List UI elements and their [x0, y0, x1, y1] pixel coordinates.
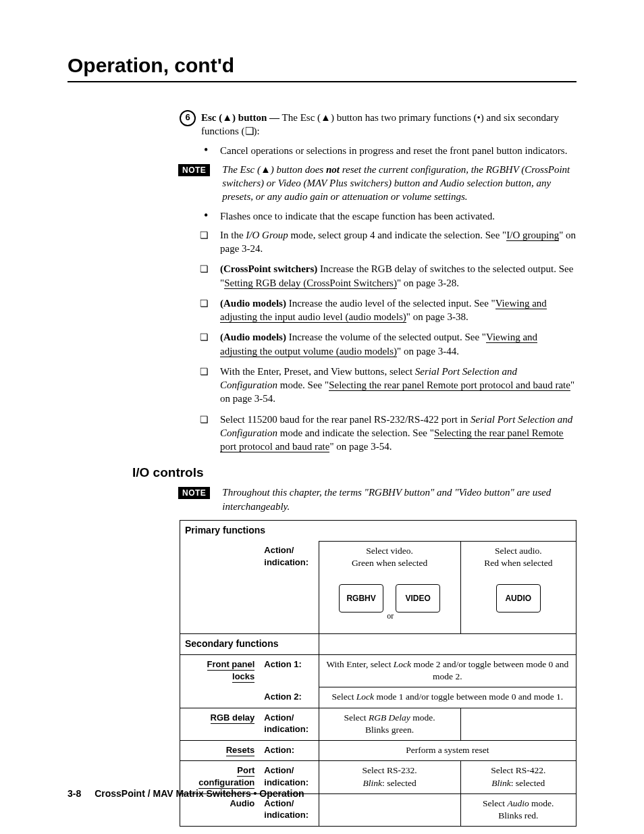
text: mode 1 and/or toggle between mode 0 and …: [374, 692, 563, 702]
cell-rgb-delay: Select RGB Delay mode.Blinks green.: [319, 708, 460, 740]
text-em: I/O Group: [246, 230, 288, 240]
table-row: Secondary functions: [180, 634, 576, 655]
text: Blinks red.: [498, 810, 538, 820]
cell-action-label: Action 2:: [259, 687, 319, 708]
text: mode.: [529, 798, 554, 808]
text: Select RS-422.: [491, 765, 545, 775]
io-controls-body: NOTE Throughout this chapter, the terms …: [180, 486, 576, 827]
text: Select video.: [366, 546, 413, 556]
cell-empty: [180, 573, 260, 634]
text: " on page 3-44.: [397, 346, 459, 357]
secondary-item: In the I/O Group mode, select group 4 an…: [200, 228, 576, 256]
callout-number-icon: 6: [180, 110, 196, 126]
functions-table: Primary functions Action/indication: Sel…: [180, 520, 576, 827]
text-bold: (Audio models): [220, 298, 286, 309]
cell-select-video: Select video.Green when selected: [319, 541, 460, 573]
cell-action-label: Action/indication:: [259, 541, 319, 573]
text: Select RS-232.: [363, 765, 417, 775]
text: Select audio.: [495, 546, 542, 556]
table-row: Primary functions: [180, 520, 576, 541]
secondary-item: (CrossPoint switchers) Increase the RGB …: [200, 262, 576, 290]
text: Select: [331, 692, 356, 702]
primary-bullet-item: Flashes once to indicate that the escape…: [200, 209, 576, 223]
text-em: Blink: [363, 778, 383, 788]
text: " on page 3-28.: [397, 278, 459, 288]
text: Increase the volume of the selected outp…: [286, 332, 486, 342]
section-heading-io-controls: I/O controls: [132, 465, 576, 480]
text: With the Enter, Preset, and View buttons…: [220, 366, 415, 377]
secondary-item: (Audio models) Increase the audio level …: [200, 296, 576, 324]
cell-action-label: Action/indication:: [259, 708, 319, 740]
body-area: 6 Esc (▲) button — The Esc (▲) button ha…: [180, 111, 576, 453]
cell-empty: [180, 687, 260, 708]
secondary-item: Select 115200 baud for the rear panel RS…: [200, 413, 576, 454]
cross-reference-link[interactable]: I/O grouping: [506, 230, 559, 241]
table-row: Resets Action: Perform a system reset: [180, 741, 576, 761]
or-label: or: [387, 610, 394, 621]
text: Resets: [226, 745, 255, 756]
table-row: RGBHV VIDEO or AUDIO: [180, 573, 576, 634]
cell-empty: [319, 793, 460, 826]
cross-reference-link[interactable]: Setting RGB delay (CrossPoint Switchers): [224, 278, 397, 289]
cell-fpl-action2: Select Lock mode 1 and/or toggle between…: [319, 687, 576, 708]
note-badge-icon: NOTE: [178, 164, 210, 176]
cell-action-label: Action 1:: [259, 654, 319, 687]
text: With Enter, select: [326, 659, 393, 669]
cell-empty: [460, 708, 576, 740]
note-text: The Esc (▲) button does not reset the cu…: [219, 163, 576, 204]
row-label-rgb-delay: RGB delay: [180, 708, 260, 740]
esc-intro-text: Esc (▲) button — The Esc (▲) button has …: [201, 111, 576, 138]
primary-bullet-list-2: Flashes once to indicate that the escape…: [200, 209, 576, 223]
secondary-item: (Audio models) Increase the volume of th…: [200, 330, 576, 358]
page-title: Operation, cont'd: [68, 54, 576, 77]
note-block: NOTE Throughout this chapter, the terms …: [178, 486, 576, 513]
text: Select 115200 baud for the rear panel RS…: [220, 414, 471, 425]
text: RGB delay: [211, 712, 255, 724]
primary-bullet-list: Cancel operations or selections in progr…: [200, 144, 576, 157]
text: Blinks green.: [365, 725, 414, 735]
document-page: Operation, cont'd 6 Esc (▲) button — The…: [0, 0, 644, 834]
cell-action-label: Action:: [259, 741, 319, 761]
cell-port-rs422: Select RS-422.Blink: selected: [460, 761, 576, 793]
text: Select: [483, 798, 507, 808]
row-label-resets: Resets: [180, 741, 260, 761]
cell-fpl-action1: With Enter, select Lock mode 2 and/or to…: [319, 654, 576, 687]
note-badge-icon: NOTE: [178, 487, 210, 499]
cell-empty: [259, 573, 319, 634]
cell-audio-button: AUDIO: [460, 573, 576, 634]
text-bold: (CrossPoint switchers): [220, 263, 317, 274]
text: Green when selected: [352, 558, 427, 568]
page-number: 3-8: [68, 788, 81, 799]
note-block: NOTE The Esc (▲) button does not reset t…: [178, 163, 576, 204]
primary-bullet-item: Cancel operations or selections in progr…: [200, 144, 576, 157]
row-label-front-panel-locks: Front panellocks: [180, 654, 260, 687]
text: mode, select group 4 and indicate the se…: [288, 230, 507, 240]
text-bold: (Audio models): [220, 332, 286, 342]
rgbhv-button-icon: RGBHV: [339, 584, 383, 613]
table-row: Front panellocks Action 1: With Enter, s…: [180, 654, 576, 687]
cell-empty: [180, 541, 260, 573]
primary-functions-header: Primary functions: [180, 520, 576, 541]
text-em: Blink: [491, 778, 511, 788]
text: mode. See ": [277, 380, 329, 390]
text: mode 2 and/or toggle between mode 0 and …: [411, 659, 568, 681]
cell-audio-mode: Select Audio mode.Blinks red.: [460, 793, 576, 826]
button-diagram: RGBHV VIDEO or: [324, 577, 456, 620]
cross-reference-link[interactable]: Selecting the rear panel Remote port pro…: [329, 380, 570, 391]
text: " on page 3-54.: [329, 441, 392, 452]
cell-video-buttons: RGBHV VIDEO or: [319, 573, 460, 634]
text-em: Audio: [507, 798, 529, 808]
note-not: not: [326, 164, 340, 175]
text-em: RGB Delay: [369, 712, 410, 723]
text: mode.: [410, 712, 435, 723]
text: Red when selected: [484, 558, 552, 568]
title-rule: [68, 81, 576, 82]
secondary-box-list: In the I/O Group mode, select group 4 an…: [200, 228, 576, 454]
table-row: Action 2: Select Lock mode 1 and/or togg…: [180, 687, 576, 708]
cell-empty: [319, 634, 576, 655]
cell-resets: Perform a system reset: [319, 741, 576, 761]
text-em: Lock: [356, 692, 374, 702]
secondary-item: With the Enter, Preset, and View buttons…: [200, 365, 576, 406]
text: mode and indicate the selection. See ": [277, 427, 434, 438]
button-diagram: AUDIO: [466, 577, 571, 620]
